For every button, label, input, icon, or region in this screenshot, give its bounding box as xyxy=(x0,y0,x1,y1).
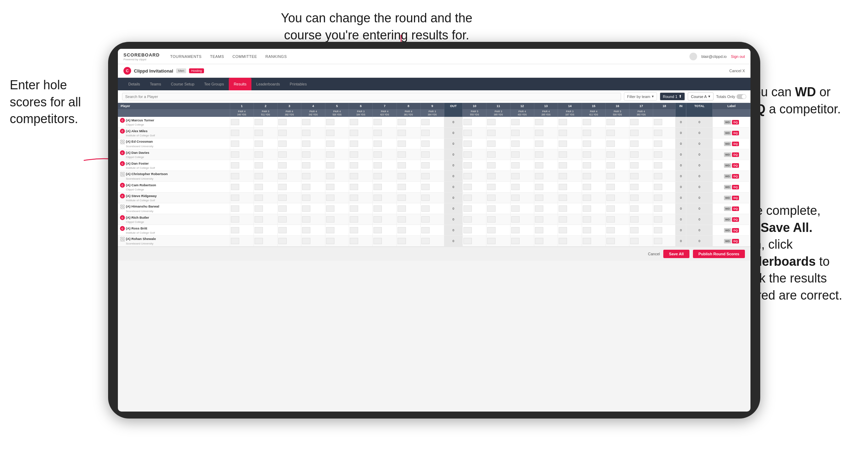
hole-4-row-2[interactable] xyxy=(301,138,325,149)
hole-10-row-2[interactable] xyxy=(463,138,486,149)
hole-4-row-4[interactable] xyxy=(301,160,325,171)
dq-button-6[interactable]: DQ xyxy=(732,185,739,189)
hole-15-row-5[interactable] xyxy=(582,171,605,182)
hole-16-row-10[interactable] xyxy=(605,225,629,236)
hole-6-row-8[interactable] xyxy=(349,203,372,214)
hole-6-row-0[interactable] xyxy=(349,117,372,128)
hole-14-row-11[interactable] xyxy=(558,236,582,247)
hole-10-row-11[interactable] xyxy=(463,236,486,247)
hole-15-row-10[interactable] xyxy=(582,225,605,236)
hole-18-row-9[interactable] xyxy=(653,214,675,225)
hole-14-row-3[interactable] xyxy=(558,149,582,160)
dq-button-2[interactable]: DQ xyxy=(732,142,739,146)
hole-6-row-3[interactable] xyxy=(349,149,372,160)
hole-2-row-11[interactable] xyxy=(254,236,277,247)
hole-5-row-2[interactable] xyxy=(325,138,349,149)
dq-button-4[interactable]: DQ xyxy=(732,163,739,168)
hole-11-row-11[interactable] xyxy=(486,236,510,247)
hole-2-row-0[interactable] xyxy=(254,117,277,128)
hole-5-row-0[interactable] xyxy=(325,117,349,128)
hole-6-row-9[interactable] xyxy=(349,214,372,225)
hole-16-row-1[interactable] xyxy=(605,128,629,138)
hole-3-row-4[interactable] xyxy=(278,160,301,171)
totals-only-toggle[interactable]: Totals Only xyxy=(716,94,746,99)
hole-11-row-7[interactable] xyxy=(486,193,510,203)
hole-18-row-11[interactable] xyxy=(653,236,675,247)
hole-10-row-1[interactable] xyxy=(463,128,486,138)
hole-9-row-8[interactable] xyxy=(420,203,444,214)
hole-6-row-10[interactable] xyxy=(349,225,372,236)
hole-18-row-6[interactable] xyxy=(653,182,675,193)
hole-1-row-0[interactable] xyxy=(230,117,254,128)
hole-8-row-7[interactable] xyxy=(397,193,420,203)
hole-14-row-9[interactable] xyxy=(558,214,582,225)
hole-2-row-3[interactable] xyxy=(254,149,277,160)
hole-8-row-6[interactable] xyxy=(397,182,420,193)
hole-9-row-4[interactable] xyxy=(420,160,444,171)
hole-7-row-10[interactable] xyxy=(373,225,397,236)
hole-13-row-10[interactable] xyxy=(534,225,558,236)
dq-button-10[interactable]: DQ xyxy=(732,228,739,233)
hole-16-row-11[interactable] xyxy=(605,236,629,247)
tab-printables[interactable]: Printables xyxy=(285,78,312,90)
hole-8-row-11[interactable] xyxy=(397,236,420,247)
hole-10-row-8[interactable] xyxy=(463,203,486,214)
hole-16-row-2[interactable] xyxy=(605,138,629,149)
hole-5-row-3[interactable] xyxy=(325,149,349,160)
hole-1-row-2[interactable] xyxy=(230,138,254,149)
hole-12-row-5[interactable] xyxy=(510,171,534,182)
hole-10-row-4[interactable] xyxy=(463,160,486,171)
hole-13-row-6[interactable] xyxy=(534,182,558,193)
hole-11-row-0[interactable] xyxy=(486,117,510,128)
hole-17-row-11[interactable] xyxy=(629,236,653,247)
hole-9-row-9[interactable] xyxy=(420,214,444,225)
hole-18-row-7[interactable] xyxy=(653,193,675,203)
hole-8-row-2[interactable] xyxy=(397,138,420,149)
hole-6-row-6[interactable] xyxy=(349,182,372,193)
hole-7-row-11[interactable] xyxy=(373,236,397,247)
hole-16-row-0[interactable] xyxy=(605,117,629,128)
hole-10-row-5[interactable] xyxy=(463,171,486,182)
tab-tee-groups[interactable]: Tee Groups xyxy=(199,78,229,90)
hole-16-row-6[interactable] xyxy=(605,182,629,193)
hole-12-row-4[interactable] xyxy=(510,160,534,171)
nav-committee[interactable]: COMMITTEE xyxy=(233,54,257,59)
wd-button-1[interactable]: WD xyxy=(724,131,731,135)
dq-button-5[interactable]: DQ xyxy=(732,174,739,179)
hole-14-row-0[interactable] xyxy=(558,117,582,128)
hole-6-row-4[interactable] xyxy=(349,160,372,171)
hole-7-row-8[interactable] xyxy=(373,203,397,214)
hole-6-row-5[interactable] xyxy=(349,171,372,182)
hole-1-row-1[interactable] xyxy=(230,128,254,138)
hole-16-row-5[interactable] xyxy=(605,171,629,182)
hole-3-row-8[interactable] xyxy=(278,203,301,214)
hole-2-row-2[interactable] xyxy=(254,138,277,149)
hole-9-row-2[interactable] xyxy=(420,138,444,149)
hole-5-row-8[interactable] xyxy=(325,203,349,214)
hole-12-row-6[interactable] xyxy=(510,182,534,193)
hole-13-row-3[interactable] xyxy=(534,149,558,160)
hole-18-row-1[interactable] xyxy=(653,128,675,138)
hole-10-row-10[interactable] xyxy=(463,225,486,236)
hole-3-row-11[interactable] xyxy=(278,236,301,247)
hole-11-row-2[interactable] xyxy=(486,138,510,149)
dq-button-1[interactable]: DQ xyxy=(732,131,739,135)
hole-11-row-4[interactable] xyxy=(486,160,510,171)
hole-17-row-9[interactable] xyxy=(629,214,653,225)
hole-14-row-2[interactable] xyxy=(558,138,582,149)
hole-9-row-1[interactable] xyxy=(420,128,444,138)
hole-15-row-3[interactable] xyxy=(582,149,605,160)
hole-15-row-6[interactable] xyxy=(582,182,605,193)
hole-4-row-1[interactable] xyxy=(301,128,325,138)
hole-2-row-8[interactable] xyxy=(254,203,277,214)
hole-10-row-0[interactable] xyxy=(463,117,486,128)
hole-1-row-11[interactable] xyxy=(230,236,254,247)
hole-10-row-7[interactable] xyxy=(463,193,486,203)
hole-17-row-7[interactable] xyxy=(629,193,653,203)
hole-18-row-8[interactable] xyxy=(653,203,675,214)
wd-button-4[interactable]: WD xyxy=(724,163,731,168)
hole-12-row-11[interactable] xyxy=(510,236,534,247)
hole-17-row-3[interactable] xyxy=(629,149,653,160)
hole-2-row-4[interactable] xyxy=(254,160,277,171)
hole-15-row-9[interactable] xyxy=(582,214,605,225)
